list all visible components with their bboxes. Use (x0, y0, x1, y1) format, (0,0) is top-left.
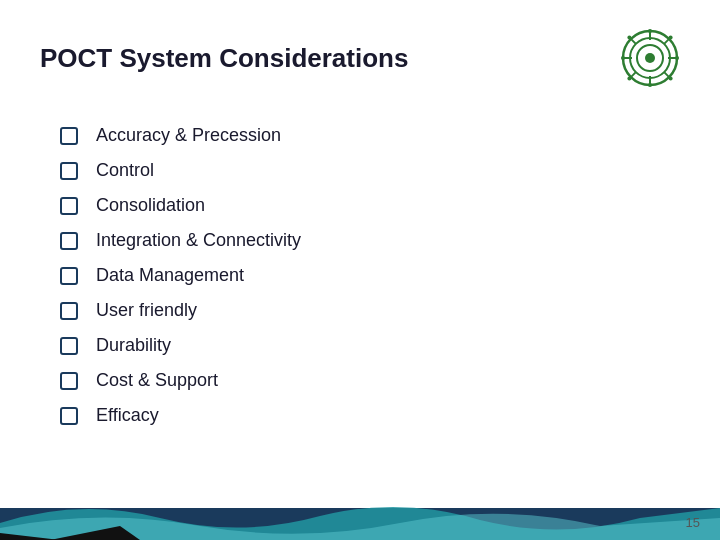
item-label: Durability (96, 335, 171, 356)
footer (0, 488, 720, 540)
page-number: 15 (686, 515, 700, 530)
content-list: Accuracy & Precession Control Consolidat… (0, 108, 720, 443)
svg-point-12 (648, 29, 652, 33)
list-item: Consolidation (60, 188, 680, 223)
logo-icon (620, 28, 680, 88)
bullet-icon (60, 372, 78, 390)
svg-point-17 (669, 77, 673, 81)
bullet-icon (60, 267, 78, 285)
item-label: Data Management (96, 265, 244, 286)
list-item: Efficacy (60, 398, 680, 433)
bullet-icon (60, 302, 78, 320)
item-label: Efficacy (96, 405, 159, 426)
bullet-icon (60, 407, 78, 425)
header: POCT System Considerations (0, 0, 720, 108)
list-item: Cost & Support (60, 363, 680, 398)
bullet-icon (60, 232, 78, 250)
footer-wave-icon (0, 488, 720, 540)
svg-point-16 (627, 35, 631, 39)
svg-point-15 (675, 56, 679, 60)
list-item: Durability (60, 328, 680, 363)
svg-point-3 (645, 53, 655, 63)
page-title: POCT System Considerations (40, 43, 408, 74)
item-label: Accuracy & Precession (96, 125, 281, 146)
bullet-icon (60, 162, 78, 180)
svg-point-19 (627, 77, 631, 81)
list-item: User friendly (60, 293, 680, 328)
bullet-icon (60, 127, 78, 145)
list-item: Data Management (60, 258, 680, 293)
svg-point-14 (621, 56, 625, 60)
list-item: Control (60, 153, 680, 188)
item-label: Control (96, 160, 154, 181)
item-label: User friendly (96, 300, 197, 321)
list-item: Accuracy & Precession (60, 118, 680, 153)
svg-point-18 (669, 35, 673, 39)
item-label: Consolidation (96, 195, 205, 216)
item-label: Cost & Support (96, 370, 218, 391)
list-item: Integration & Connectivity (60, 223, 680, 258)
bullet-icon (60, 197, 78, 215)
item-label: Integration & Connectivity (96, 230, 301, 251)
svg-point-13 (648, 83, 652, 87)
slide: POCT System Considerations (0, 0, 720, 540)
bullet-icon (60, 337, 78, 355)
